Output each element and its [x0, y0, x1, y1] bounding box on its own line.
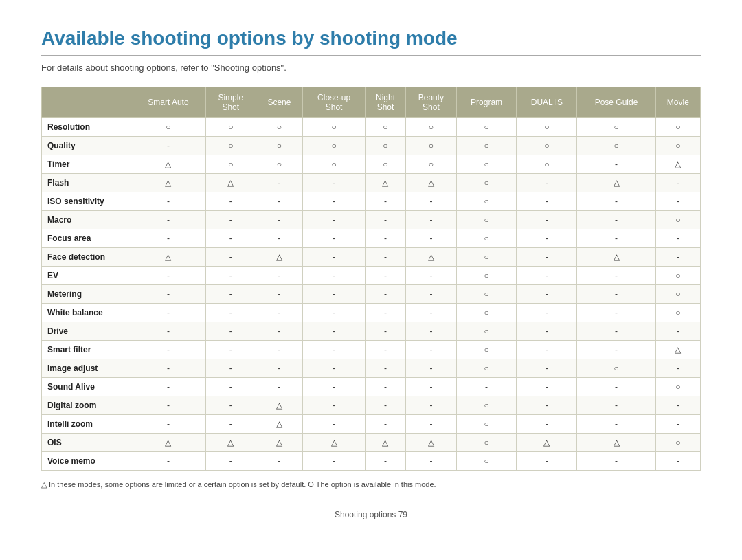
cell: -	[577, 322, 655, 341]
cell: -	[405, 267, 456, 285]
cell: △	[366, 174, 406, 192]
table-row: White balance------○--○	[42, 304, 701, 322]
cell: △	[577, 174, 655, 192]
row-label-image-adjust: Image adjust	[42, 359, 131, 378]
cell: ○	[456, 155, 517, 174]
cell: -	[655, 396, 700, 415]
cell: -	[577, 304, 655, 322]
cell: △	[405, 248, 456, 267]
cell: -	[303, 229, 366, 248]
cell: ○	[456, 267, 517, 285]
cell: -	[366, 359, 406, 378]
table-row: Face detection△-△--△○-△-	[42, 248, 701, 267]
cell: ○	[577, 118, 655, 137]
cell: -	[303, 396, 366, 415]
cell: △	[131, 174, 206, 192]
cell: -	[405, 304, 456, 322]
cell: -	[303, 267, 366, 285]
cell: -	[256, 174, 303, 192]
cell: -	[366, 378, 406, 396]
cell: -	[205, 322, 256, 341]
cell: △	[517, 434, 577, 452]
row-label-sound-alive: Sound Alive	[42, 378, 131, 396]
cell: -	[205, 211, 256, 229]
cell: -	[205, 267, 256, 285]
cell: ○	[456, 415, 517, 434]
cell: -	[517, 174, 577, 192]
table-body: Resolution○○○○○○○○○○Quality-○○○○○○○○○Tim…	[42, 118, 701, 471]
cell: -	[205, 341, 256, 359]
footer-note: △ In these modes, some options are limit…	[41, 480, 701, 489]
footer-page: Shooting options 79	[41, 510, 701, 519]
shooting-options-table: Smart AutoSimpleShotSceneClose-upShotNig…	[41, 87, 701, 471]
column-header-dual-is: DUAL IS	[517, 87, 577, 118]
cell: ○	[456, 229, 517, 248]
cell: -	[205, 304, 256, 322]
subtitle: For details about shooting options, refe…	[41, 63, 701, 73]
cell: △	[405, 434, 456, 452]
cell: -	[256, 359, 303, 378]
cell: -	[517, 267, 577, 285]
cell: -	[131, 378, 206, 396]
cell: △	[256, 434, 303, 452]
cell: -	[131, 396, 206, 415]
cell: -	[655, 359, 700, 378]
cell: ○	[655, 267, 700, 285]
table-row: Resolution○○○○○○○○○○	[42, 118, 701, 137]
cell: -	[577, 285, 655, 304]
cell: -	[205, 396, 256, 415]
cell: ○	[517, 137, 577, 155]
cell: -	[366, 229, 406, 248]
cell: -	[131, 285, 206, 304]
cell: -	[256, 211, 303, 229]
cell: -	[517, 359, 577, 378]
cell: -	[131, 452, 206, 471]
cell: -	[205, 192, 256, 211]
table-row: ISO sensitivity------○---	[42, 192, 701, 211]
cell: ○	[577, 137, 655, 155]
cell: -	[517, 396, 577, 415]
table-row: Voice memo------○---	[42, 452, 701, 471]
cell: -	[303, 378, 366, 396]
cell: -	[131, 192, 206, 211]
cell: -	[577, 211, 655, 229]
row-label-smart-filter: Smart filter	[42, 341, 131, 359]
row-label-drive: Drive	[42, 322, 131, 341]
cell: -	[205, 452, 256, 471]
row-label-quality: Quality	[42, 137, 131, 155]
table-header-row: Smart AutoSimpleShotSceneClose-upShotNig…	[42, 87, 701, 118]
cell: △	[256, 415, 303, 434]
cell: -	[655, 192, 700, 211]
cell: -	[205, 285, 256, 304]
table-row: Sound Alive---------○	[42, 378, 701, 396]
cell: △	[256, 248, 303, 267]
cell: ○	[405, 137, 456, 155]
cell: -	[366, 322, 406, 341]
cell: -	[517, 211, 577, 229]
cell: ○	[456, 137, 517, 155]
cell: ○	[456, 285, 517, 304]
cell: -	[405, 211, 456, 229]
cell: -	[655, 174, 700, 192]
cell: -	[303, 452, 366, 471]
row-label-voice-memo: Voice memo	[42, 452, 131, 471]
cell: ○	[303, 137, 366, 155]
cell: ○	[303, 118, 366, 137]
cell: -	[405, 359, 456, 378]
cell: -	[577, 155, 655, 174]
row-label-intelli-zoom: Intelli zoom	[42, 415, 131, 434]
column-header-smart-auto: Smart Auto	[131, 87, 206, 118]
cell: ○	[131, 118, 206, 137]
cell: -	[577, 378, 655, 396]
cell: -	[303, 174, 366, 192]
cell: ○	[456, 396, 517, 415]
cell: -	[655, 248, 700, 267]
row-label-iso-sensitivity: ISO sensitivity	[42, 192, 131, 211]
table-row: Drive------○---	[42, 322, 701, 341]
cell: -	[405, 322, 456, 341]
cell: -	[303, 304, 366, 322]
column-header-pose-guide: Pose Guide	[577, 87, 655, 118]
cell: -	[256, 341, 303, 359]
cell: -	[405, 229, 456, 248]
cell: -	[256, 267, 303, 285]
